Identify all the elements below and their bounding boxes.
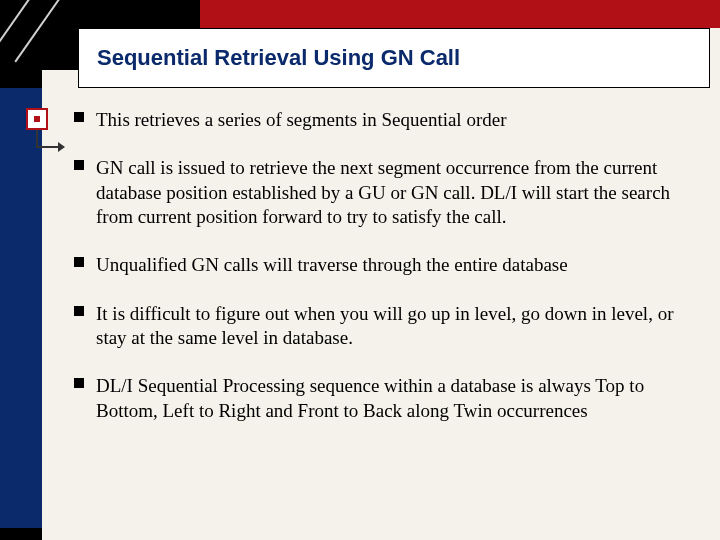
list-item: Unqualified GN calls will traverse throu… xyxy=(68,253,704,277)
arrow-vertical xyxy=(36,130,38,146)
bullet-list: This retrieves a series of segments in S… xyxy=(68,108,704,423)
top-red-band xyxy=(200,0,720,28)
arrow-horizontal xyxy=(36,146,60,148)
list-item: This retrieves a series of segments in S… xyxy=(68,108,704,132)
left-sidebar-strip xyxy=(0,0,42,540)
content-area: This retrieves a series of segments in S… xyxy=(68,108,704,447)
arrow-head-icon xyxy=(58,142,65,152)
title-box: Sequential Retrieval Using GN Call xyxy=(78,28,710,88)
bottom-corner-block xyxy=(0,528,42,540)
list-item: GN call is issued to retrieve the next s… xyxy=(68,156,704,229)
list-item: DL/I Sequential Processing sequence with… xyxy=(68,374,704,423)
list-item: It is difficult to figure out when you w… xyxy=(68,302,704,351)
slide-marker-icon xyxy=(26,108,48,130)
slide-title: Sequential Retrieval Using GN Call xyxy=(97,45,460,71)
